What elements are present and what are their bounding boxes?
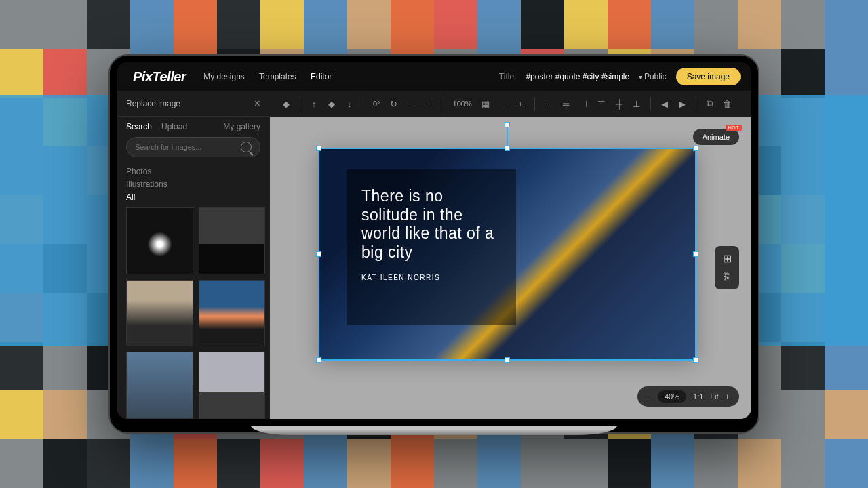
rotate-value[interactable]: 0° (370, 100, 383, 108)
handle-mr[interactable] (693, 251, 698, 257)
delete-icon[interactable]: 🗑 (721, 97, 734, 110)
image-thumb[interactable] (199, 352, 266, 419)
tab-upload[interactable]: Upload (161, 122, 187, 131)
nav-editor[interactable]: Editor (311, 72, 332, 81)
hot-badge: HOT (726, 125, 742, 131)
export-icon[interactable]: ⎘ (720, 270, 734, 284)
zoom-out-icon[interactable]: − (647, 392, 651, 401)
sidebar: Replace image × Search Upload My gallery… (117, 91, 270, 419)
align-center-h-icon[interactable]: ╪ (559, 97, 573, 110)
handle-bl[interactable] (316, 357, 321, 363)
align-top-icon[interactable]: ⊤ (595, 97, 608, 110)
search-icon[interactable] (241, 142, 252, 152)
image-results (117, 207, 270, 419)
zoom-fit[interactable]: Fit (710, 392, 718, 401)
rotate-handle[interactable] (505, 122, 510, 127)
design-canvas[interactable]: There is no solitude in the world like t… (319, 149, 695, 359)
save-button[interactable]: Save image (676, 68, 741, 85)
zoom-percent[interactable]: 40% (658, 390, 686, 403)
nav-templates[interactable]: Templates (259, 72, 296, 81)
layer-order-icon[interactable]: ◆ (325, 97, 338, 110)
opacity-icon[interactable]: ▦ (479, 97, 492, 110)
cat-photos[interactable]: Photos (126, 167, 260, 176)
image-thumb[interactable] (126, 352, 193, 419)
handle-tm[interactable] (505, 146, 510, 151)
layer-down-icon[interactable]: ↓ (342, 97, 356, 110)
laptop-frame: PixTeller My designs Templates Editor Ti… (108, 54, 760, 434)
panel-title: Replace image (126, 99, 180, 108)
logo[interactable]: PixTeller (127, 68, 191, 86)
animate-button[interactable]: Animate HOT (693, 129, 739, 145)
top-bar: PixTeller My designs Templates Editor Ti… (117, 62, 751, 91)
canvas-area[interactable]: There is no solitude in the world like t… (270, 117, 751, 419)
zoom-bar: − 40% 1:1 Fit + (637, 386, 739, 407)
handle-tl[interactable] (316, 146, 321, 151)
animate-label: Animate (703, 133, 730, 141)
close-icon[interactable]: × (254, 98, 260, 110)
handle-tr[interactable] (693, 146, 698, 151)
zoom-11[interactable]: 1:1 (693, 392, 703, 401)
visibility-dropdown[interactable]: Public (639, 72, 666, 81)
tab-search[interactable]: Search (126, 122, 152, 131)
workspace: Replace image × Search Upload My gallery… (117, 91, 751, 419)
laptop-base (251, 426, 617, 435)
app-screen: PixTeller My designs Templates Editor Ti… (117, 62, 751, 419)
flip-v-icon[interactable]: ▶ (675, 97, 689, 110)
quote-overlay[interactable]: There is no solitude in the world like t… (347, 169, 516, 325)
align-right-icon[interactable]: ⊣ (577, 97, 591, 110)
main-nav: My designs Templates Editor (203, 72, 344, 81)
quote-author[interactable]: KATHLEEN NORRIS (361, 274, 501, 281)
nav-my-designs[interactable]: My designs (203, 72, 245, 81)
handle-bm[interactable] (505, 357, 510, 363)
align-bottom-icon[interactable]: ⊥ (630, 97, 644, 110)
cat-illustrations[interactable]: Illustrations (126, 180, 260, 189)
toolbar: ◆ ↑ ◆ ↓ 0° ↻ − + 100% ▦ − + ⊦ (270, 91, 751, 117)
quote-text[interactable]: There is no solitude in the world like t… (361, 187, 501, 262)
shape-icon[interactable]: ◆ (279, 97, 293, 110)
cat-all[interactable]: All (126, 192, 260, 202)
add-image-icon[interactable]: ⊞ (720, 251, 734, 265)
layer-up-icon[interactable]: ↑ (307, 97, 321, 110)
title-value[interactable]: #poster #quote #city #simple (526, 72, 629, 81)
handle-ml[interactable] (316, 251, 321, 257)
rotate-icon[interactable]: ↻ (387, 97, 401, 110)
search-box[interactable] (126, 137, 260, 157)
opacity-minus-icon[interactable]: − (496, 97, 510, 110)
align-center-v-icon[interactable]: ╫ (612, 97, 626, 110)
image-thumb[interactable] (199, 280, 266, 347)
rotate-minus-icon[interactable]: − (405, 97, 418, 110)
rotate-line (507, 125, 508, 146)
search-input[interactable] (135, 143, 241, 151)
zoom-in-icon[interactable]: + (726, 392, 730, 401)
image-thumb[interactable] (199, 207, 266, 274)
opacity-plus-icon[interactable]: + (514, 97, 528, 110)
duplicate-icon[interactable]: ⧉ (703, 97, 717, 110)
image-thumb[interactable] (126, 280, 193, 347)
rotate-plus-icon[interactable]: + (422, 97, 436, 110)
align-left-icon[interactable]: ⊦ (542, 97, 555, 110)
flip-h-icon[interactable]: ◀ (658, 97, 671, 110)
image-thumb[interactable] (126, 207, 193, 274)
opacity-value[interactable]: 100% (450, 100, 475, 108)
main-area: ◆ ↑ ◆ ↓ 0° ↻ − + 100% ▦ − + ⊦ (270, 91, 751, 419)
title-label: Title: (499, 72, 517, 81)
side-tools: ⊞ ⎘ (715, 246, 739, 289)
tab-my-gallery[interactable]: My gallery (223, 122, 260, 131)
handle-br[interactable] (693, 357, 698, 363)
